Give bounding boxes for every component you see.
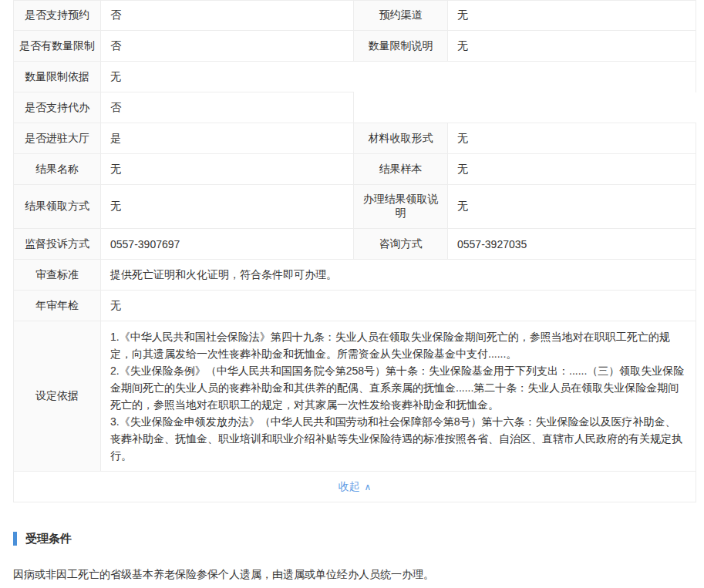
table-row: 是否支持代办 否 [14,92,696,123]
field-value: 无 [448,31,696,62]
field-value: 无 [101,291,696,321]
service-detail-page: 是否支持预约 否 预约渠道 无 是否有数量限制 否 数量限制说明 无 数量限制依… [0,0,704,582]
field-value: 是 [101,123,354,154]
field-label: 审查标准 [14,260,101,291]
legal-clause: 3.《失业保险金申领发放办法》（中华人民共和国劳动和社会保障部令第8号）第十六条… [110,413,686,464]
field-value: 否 [101,31,354,62]
field-label: 办理结果领取说明 [354,185,448,229]
section-accent-bar [13,532,17,546]
field-value: 否 [101,1,354,31]
field-label: 结果样本 [354,154,448,185]
empty-cell [354,92,696,123]
legal-clause: 1.《中华人民共和国社会保险法》第四十九条：失业人员在领取失业保险金期间死亡的，… [110,328,686,362]
field-label: 咨询方式 [354,229,448,260]
collapse-label: 收起 [339,480,360,492]
field-value: 无 [448,154,696,185]
table-row: 数量限制依据 无 [14,62,696,92]
field-value: 无 [101,185,354,229]
field-label: 监督投诉方式 [14,229,101,260]
collapse-cell: 收起∧ [14,472,696,502]
field-label: 设定依据 [14,321,101,472]
table-row: 是否支持预约 否 预约渠道 无 [14,1,696,31]
field-value: 否 [101,92,354,123]
field-label: 是否进驻大厅 [14,123,101,154]
field-value: 无 [448,185,696,229]
field-label: 是否有数量限制 [14,31,101,62]
service-info-table: 是否支持预约 否 预约渠道 无 是否有数量限制 否 数量限制说明 无 数量限制依… [13,0,696,502]
field-value: 无 [448,123,696,154]
field-value: 无 [101,154,354,185]
table-row-legal-basis: 设定依据 1.《中华人民共和国社会保险法》第四十九条：失业人员在领取失业保险金期… [14,321,696,472]
legal-basis-text: 1.《中华人民共和国社会保险法》第四十九条：失业人员在领取失业保险金期间死亡的，… [101,321,696,472]
table-row: 结果领取方式 无 办理结果领取说明 无 [14,185,696,229]
supervision-phone: 0557-3907697 [101,229,354,260]
collapse-row: 收起∧ [14,472,696,502]
field-label: 结果名称 [14,154,101,185]
field-value: 无 [448,1,696,31]
consult-phone: 0557-3927035 [448,229,696,260]
table-row: 结果名称 无 结果样本 无 [14,154,696,185]
field-value: 无 [101,62,696,92]
field-label: 结果领取方式 [14,185,101,229]
table-row: 是否有数量限制 否 数量限制说明 无 [14,31,696,62]
field-label: 数量限制说明 [354,31,448,62]
field-value: 提供死亡证明和火化证明，符合条件即可办理。 [101,260,696,291]
table-row: 监督投诉方式 0557-3907697 咨询方式 0557-3927035 [14,229,696,260]
field-label: 是否支持代办 [14,92,101,123]
collapse-button[interactable]: 收起∧ [339,480,372,494]
section-body-text: 因病或非因工死亡的省级基本养老保险参保个人遗属，由遗属或单位经办人员统一办理。 [13,566,696,582]
table-row: 审查标准 提供死亡证明和火化证明，符合条件即可办理。 [14,260,696,291]
section-header: 受理条件 [13,531,696,546]
field-label: 是否支持预约 [14,1,101,31]
section-title: 受理条件 [25,532,72,546]
table-row: 是否进驻大厅 是 材料收取形式 无 [14,123,696,154]
legal-clause: 2.《失业保险条例》（中华人民共和国国务院令第258号）第十条：失业保险基金用于… [110,362,686,413]
field-label: 年审年检 [14,291,101,321]
field-label: 数量限制依据 [14,62,101,92]
acceptance-conditions-section: 受理条件 因病或非因工死亡的省级基本养老保险参保个人遗属，由遗属或单位经办人员统… [13,531,696,582]
table-row: 年审年检 无 [14,291,696,321]
field-label: 预约渠道 [354,1,448,31]
field-label: 材料收取形式 [354,123,448,154]
chevron-up-icon: ∧ [365,482,372,492]
